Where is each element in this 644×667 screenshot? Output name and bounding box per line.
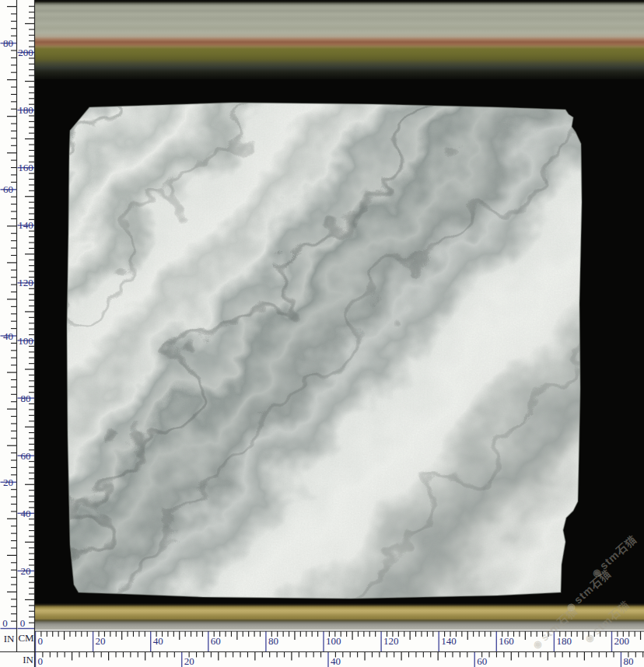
scanner-photo-area — [35, 0, 644, 631]
left-ruler-inch-unit-label: IN — [2, 633, 16, 645]
svg-text:40: 40 — [331, 655, 341, 667]
svg-text:80: 80 — [3, 37, 13, 49]
svg-text:60: 60 — [3, 183, 13, 195]
svg-text:80: 80 — [623, 655, 633, 667]
svg-text:0: 0 — [2, 617, 8, 629]
svg-text:40: 40 — [3, 330, 13, 342]
svg-text:20: 20 — [21, 565, 31, 577]
marble-slab-photo — [64, 98, 586, 603]
svg-text:140: 140 — [441, 635, 457, 647]
svg-text:160: 160 — [499, 635, 514, 647]
left-ruler-cm-unit-label: CM — [18, 632, 34, 644]
svg-text:180: 180 — [18, 104, 33, 116]
svg-text:20: 20 — [96, 635, 106, 647]
svg-text:140: 140 — [18, 219, 33, 231]
svg-text:200: 200 — [614, 635, 630, 647]
scanner-bed-top-band — [35, 0, 644, 79]
svg-text:20: 20 — [184, 655, 194, 667]
svg-text:0: 0 — [38, 635, 44, 647]
svg-text:100: 100 — [18, 335, 33, 347]
svg-text:100: 100 — [326, 635, 341, 647]
svg-text:180: 180 — [556, 635, 572, 647]
slab-scan-screenshot: 0204060800204060801001201401601802000204… — [0, 0, 644, 667]
svg-text:0: 0 — [38, 655, 44, 667]
svg-text:0: 0 — [20, 617, 26, 629]
svg-text:120: 120 — [18, 277, 33, 288]
svg-text:60: 60 — [477, 655, 487, 667]
svg-text:80: 80 — [21, 393, 31, 404]
svg-text:60: 60 — [211, 635, 221, 647]
svg-text:20: 20 — [3, 477, 13, 488]
svg-text:40: 40 — [153, 635, 163, 647]
svg-text:120: 120 — [383, 635, 398, 647]
svg-text:80: 80 — [268, 635, 278, 647]
svg-text:160: 160 — [18, 162, 33, 173]
bottom-ruler-inch-unit-label: IN — [17, 654, 33, 666]
svg-text:60: 60 — [21, 450, 31, 462]
svg-text:40: 40 — [21, 508, 31, 519]
svg-text:200: 200 — [18, 47, 33, 58]
